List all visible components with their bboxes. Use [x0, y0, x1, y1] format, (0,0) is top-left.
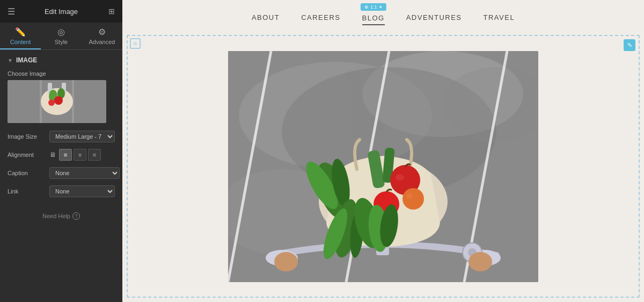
left-panel: ☰ Edit Image ⊞ ✏️ Content ◎ Style ⚙ Adva… — [0, 0, 122, 302]
image-size-select[interactable]: Medium Large - 7 — [49, 131, 115, 142]
need-help-label: Need Help — [42, 213, 70, 219]
image-size-row: Image Size Medium Large - 7 — [8, 131, 115, 142]
hamburger-icon[interactable]: ☰ — [8, 6, 15, 17]
nav-item-adventures[interactable]: ADVENTURES — [406, 11, 462, 24]
svg-point-42 — [406, 193, 413, 199]
choose-image-label: Choose Image — [8, 70, 115, 77]
svg-point-46 — [274, 252, 298, 271]
image-display: BETTER IS BETTER IS BETTER — [228, 51, 538, 282]
blog-badge[interactable]: ⊕ 1:1 × — [360, 3, 386, 11]
main-canvas: ✦ ABOUT CAREERS ⊕ 1:1 × BLOG ADVENTURES … — [122, 0, 644, 302]
content-tab-icon: ✏️ — [15, 27, 26, 37]
monitor-icon: 🖥 — [49, 151, 56, 159]
image-section-header: ▼ Image — [8, 56, 115, 64]
badge-content: ⊕ 1:1 — [364, 4, 377, 10]
section-arrow: ▼ — [8, 57, 13, 63]
image-thumbnail[interactable] — [8, 80, 106, 123]
style-tab-label: Style — [55, 39, 68, 45]
align-right-button[interactable]: ≡ — [88, 149, 101, 161]
svg-point-47 — [469, 252, 492, 271]
image-size-label: Image Size — [8, 133, 46, 140]
svg-point-39 — [396, 174, 404, 181]
caption-row: Caption None Custom Caption Attachment C… — [8, 167, 115, 179]
link-row: Link None Media File Attachment Page Cus… — [8, 185, 115, 197]
content-tab-label: Content — [10, 39, 31, 45]
image-block: BETTER IS BETTER IS BETTER — [228, 51, 538, 282]
link-label: Link — [8, 188, 46, 195]
content-area: ⊞ ✎ — [127, 35, 640, 298]
image-section-label: Image — [16, 56, 37, 64]
canvas-toggle-icon[interactable]: ⊞ — [130, 38, 141, 49]
nav-item-blog-wrapper: ⊕ 1:1 × BLOG — [362, 13, 385, 23]
tab-advanced[interactable]: ⚙ Advanced — [82, 23, 122, 49]
panel-header: ☰ Edit Image ⊞ — [0, 0, 122, 23]
nav-item-about[interactable]: ABOUT — [252, 11, 280, 24]
svg-point-41 — [402, 188, 424, 210]
alignment-row: Alignment 🖥 ≡ ≡ ≡ — [8, 149, 115, 161]
help-icon[interactable]: ? — [72, 212, 80, 220]
svg-point-11 — [48, 99, 55, 106]
align-left-button[interactable]: ≡ — [59, 149, 72, 161]
panel-body: ▼ Image Choose Image — [0, 50, 122, 302]
nav-item-blog[interactable]: BLOG — [362, 12, 385, 25]
caption-select[interactable]: None Custom Caption Attachment Caption — [49, 167, 120, 179]
edit-corner-icon[interactable]: ✎ — [624, 39, 635, 51]
panel-tabs: ✏️ Content ◎ Style ⚙ Advanced — [0, 23, 122, 50]
advanced-tab-label: Advanced — [89, 39, 115, 45]
grid-icon[interactable]: ⊞ — [108, 7, 115, 16]
link-select[interactable]: None Media File Attachment Page Custom U… — [49, 185, 115, 197]
panel-title: Edit Image — [45, 8, 78, 16]
alignment-label: Alignment — [8, 152, 46, 158]
need-help[interactable]: Need Help ? — [8, 204, 115, 224]
badge-close[interactable]: × — [379, 4, 382, 10]
caption-label: Caption — [8, 170, 46, 176]
alignment-buttons: ≡ ≡ ≡ — [59, 149, 101, 161]
align-center-button[interactable]: ≡ — [74, 149, 86, 161]
tab-content[interactable]: ✏️ Content — [0, 23, 41, 49]
thumbnail-preview — [8, 80, 106, 123]
tab-style[interactable]: ◎ Style — [41, 23, 82, 49]
advanced-tab-icon: ⚙ — [98, 27, 106, 37]
style-tab-icon: ◎ — [57, 27, 65, 37]
nav-item-careers[interactable]: CAREERS — [301, 11, 340, 24]
svg-point-10 — [54, 96, 63, 105]
top-nav: ABOUT CAREERS ⊕ 1:1 × BLOG ADVENTURES TR… — [122, 0, 644, 35]
nav-item-travel[interactable]: TRAVEL — [484, 11, 515, 24]
